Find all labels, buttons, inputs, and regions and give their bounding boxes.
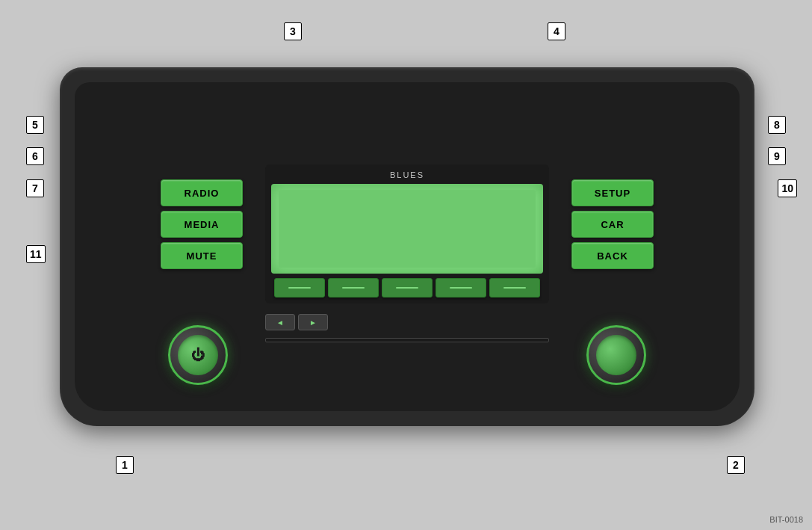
callout-2: 2 [727,456,745,474]
car-button[interactable]: CAR [571,211,654,238]
knob-outer-right[interactable] [586,325,646,385]
callout-5: 5 [26,116,44,134]
func-button-1[interactable] [274,278,325,298]
display-screen [271,184,543,274]
func-button-5[interactable] [489,278,540,298]
mute-button[interactable]: MUTE [161,242,243,269]
media-button[interactable]: MEDIA [161,211,243,238]
display-screen-inner [279,190,536,268]
callout-1: 1 [116,456,134,474]
function-buttons [271,278,543,298]
callout-11: 11 [26,245,46,263]
func-button-3[interactable] [382,278,433,298]
callout-8: 8 [768,116,786,134]
knob-outer-left[interactable]: ⏻ [168,325,228,385]
radio-unit: RADIO MEDIA MUTE BLUES [60,67,754,426]
right-button-group: SETUP CAR BACK [571,179,654,269]
volume-knob[interactable] [586,325,646,385]
watermark: BIT-0018 [769,515,803,524]
callout-9: 9 [768,147,786,165]
display-area: BLUES [265,164,549,303]
callout-6: 6 [26,147,44,165]
func-button-4[interactable] [436,278,486,298]
setup-button[interactable]: SETUP [571,179,654,206]
scene: RADIO MEDIA MUTE BLUES [0,0,812,530]
callout-7: 7 [26,179,44,197]
knob-inner-left: ⏻ [178,335,218,375]
next-track-button[interactable]: ► [298,314,328,330]
back-button[interactable]: BACK [571,242,654,269]
radio-button[interactable]: RADIO [161,179,243,206]
left-button-group: RADIO MEDIA MUTE [161,179,243,269]
knob-inner-right [596,335,636,375]
display-title: BLUES [271,170,543,179]
callout-10: 10 [778,179,797,197]
prev-track-button[interactable]: ◄ [265,314,295,330]
callout-3: 3 [284,22,302,40]
power-knob[interactable]: ⏻ [168,325,228,385]
cd-slot [265,338,549,342]
callout-4: 4 [548,22,565,40]
power-icon: ⏻ [191,348,205,363]
func-button-2[interactable] [328,278,379,298]
cd-slot-area: ◄ ► [265,314,549,342]
track-buttons: ◄ ► [265,314,549,330]
